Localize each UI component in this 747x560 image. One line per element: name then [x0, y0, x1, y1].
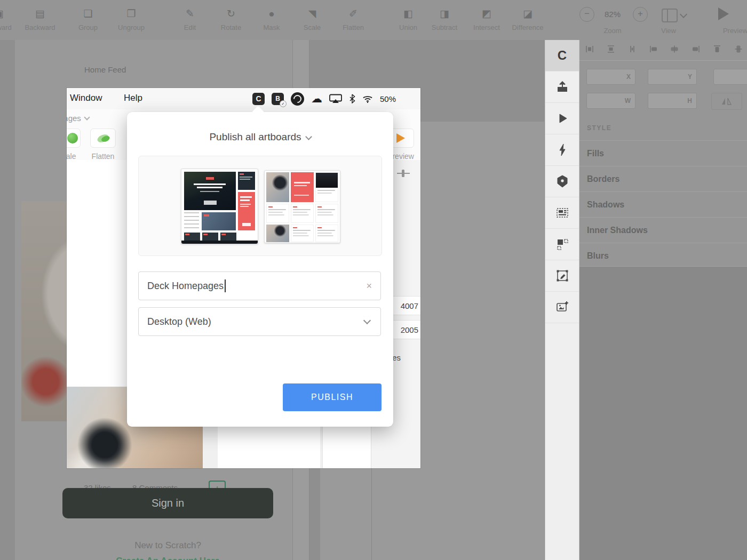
craft-stylize-tab[interactable] — [545, 260, 579, 292]
zoom-value: 82% — [598, 10, 627, 19]
inspector-row-inner-shadows[interactable]: Inner Shadows — [579, 217, 747, 243]
thumb1-hero — [184, 172, 236, 210]
ungroup-icon: ❐ — [107, 5, 155, 22]
stylize-icon — [555, 268, 570, 283]
craft-duplicate-tab[interactable] — [545, 229, 579, 260]
craft-logo-tab[interactable]: C — [545, 40, 579, 71]
publish-name-input[interactable]: Deck Homepages × — [138, 271, 381, 300]
slider-icon[interactable] — [396, 166, 411, 180]
craft-preview-tab[interactable] — [545, 103, 579, 134]
align-right-icon[interactable] — [691, 44, 701, 54]
play-icon — [555, 111, 570, 126]
width-field[interactable]: W — [586, 93, 635, 109]
scale-tool-button[interactable] — [67, 129, 81, 148]
inspector-row-borders[interactable]: Borders — [579, 166, 747, 191]
craft-prototype-tab[interactable] — [545, 166, 579, 197]
divider — [579, 60, 747, 61]
align-horizontal-center-icon[interactable] — [670, 44, 679, 54]
content-icon — [555, 205, 570, 220]
craft-share-tab[interactable] — [545, 71, 579, 103]
group-label: Group — [64, 23, 112, 31]
align-vertical-center-icon[interactable] — [734, 44, 743, 54]
inspector-row-blurs[interactable]: Blurs — [579, 243, 747, 268]
y-position-field[interactable]: Y — [648, 69, 697, 85]
preview-orange-play-icon — [396, 133, 405, 143]
mac-menu-bar: Window Help C B✓ ☁ 50% — [67, 88, 420, 110]
inspector-row-fills[interactable]: Fills — [579, 140, 747, 166]
backward-icon: ▤ — [16, 5, 64, 22]
creative-cloud-icon[interactable] — [291, 92, 304, 106]
wifi-icon[interactable] — [362, 94, 373, 103]
hexagon-icon — [555, 174, 570, 189]
sketch-toolbar: ▣Forward▤Backward❏Group❐Ungroup✎Edit↻Rot… — [0, 0, 747, 41]
artboard-title[interactable]: Home Feed — [84, 65, 126, 74]
artboard-thumbnail-1[interactable] — [181, 169, 258, 244]
thumb1-photo-card — [202, 212, 236, 230]
inspector-empty-area — [579, 266, 747, 560]
height-field[interactable]: H — [648, 93, 697, 109]
menu-help[interactable]: Help — [124, 93, 142, 103]
image-add-icon — [555, 300, 570, 315]
alignment-toolbar — [585, 44, 743, 54]
publish-name-value: Deck Homepages — [147, 281, 224, 292]
title-chevron-icon — [305, 133, 312, 140]
clear-input-icon[interactable]: × — [366, 281, 372, 292]
flip-icon — [721, 97, 733, 106]
view-label: View — [656, 27, 681, 35]
airplay-icon[interactable] — [329, 94, 342, 103]
craft-photos-tab[interactable] — [545, 292, 579, 323]
subtract-tool[interactable]: ◨Subtract — [420, 5, 468, 36]
preview-play-icon[interactable] — [718, 7, 729, 20]
target-select[interactable]: Desktop (Web) — [138, 307, 381, 336]
group-tool[interactable]: ❏Group — [64, 5, 112, 36]
view-chevron-icon[interactable] — [680, 11, 687, 18]
subtract-label: Subtract — [420, 23, 468, 31]
page-dropdown[interactable]: pages — [67, 114, 89, 123]
zoom-in-button[interactable]: + — [633, 7, 648, 22]
app-check-menu-icon[interactable]: B✓ — [272, 93, 284, 105]
difference-tool[interactable]: ◪Difference — [504, 5, 552, 36]
menu-window[interactable]: Window — [70, 93, 102, 103]
thumb2-photo-card — [266, 172, 289, 202]
flip-button[interactable] — [711, 93, 742, 110]
flatten-icon: ✐ — [329, 5, 377, 22]
x-position-field[interactable]: X — [586, 69, 635, 85]
thumb1-card — [184, 233, 200, 241]
thumb2-red-card — [291, 172, 314, 202]
ungroup-tool[interactable]: ❐Ungroup — [107, 5, 155, 36]
zoom-label: Zoom — [598, 27, 627, 35]
craft-menu-icon[interactable]: C — [252, 93, 265, 105]
craft-sync-tab[interactable] — [545, 134, 579, 166]
thumb1-card — [202, 233, 218, 241]
flatten-tool[interactable]: ✐Flatten — [329, 5, 377, 36]
create-account-link[interactable]: Create An Account Here — [62, 556, 273, 560]
zoom-out-button[interactable]: − — [579, 7, 594, 22]
craft-data-tab[interactable] — [545, 197, 579, 229]
duplicate-icon — [555, 237, 570, 252]
thumb2-card — [291, 204, 314, 223]
distribute-horizontally-icon[interactable] — [585, 44, 594, 54]
inspector-row-shadows[interactable]: Shadows — [579, 191, 747, 217]
tidy-icon[interactable] — [627, 44, 637, 54]
difference-icon: ◪ — [504, 5, 552, 22]
sign-in-button[interactable]: Sign in — [62, 488, 273, 518]
artboard-thumbnail-2[interactable] — [264, 170, 340, 243]
cloud-sync-icon[interactable]: ☁ — [311, 93, 322, 104]
rotation-field[interactable] — [713, 69, 747, 85]
align-left-icon[interactable] — [649, 44, 658, 54]
bluetooth-icon[interactable] — [349, 94, 355, 103]
dialog-title[interactable]: Publish all artboards — [127, 131, 393, 143]
thumb2-card — [291, 225, 314, 242]
thumb2-card — [315, 204, 338, 223]
backward-tool[interactable]: ▤Backward — [16, 5, 64, 36]
publish-button[interactable]: PUBLISH — [283, 383, 382, 411]
subtract-icon: ◨ — [420, 5, 468, 22]
flatten-tool-button[interactable] — [90, 129, 116, 148]
text-caret — [225, 279, 226, 292]
distribute-vertically-icon[interactable] — [606, 44, 616, 54]
thumb1-dark-card — [238, 172, 255, 190]
align-top-icon[interactable] — [712, 44, 722, 54]
view-icon[interactable] — [662, 9, 678, 22]
group-icon: ❏ — [64, 5, 112, 22]
artboard-thumbnails-panel — [138, 156, 382, 256]
